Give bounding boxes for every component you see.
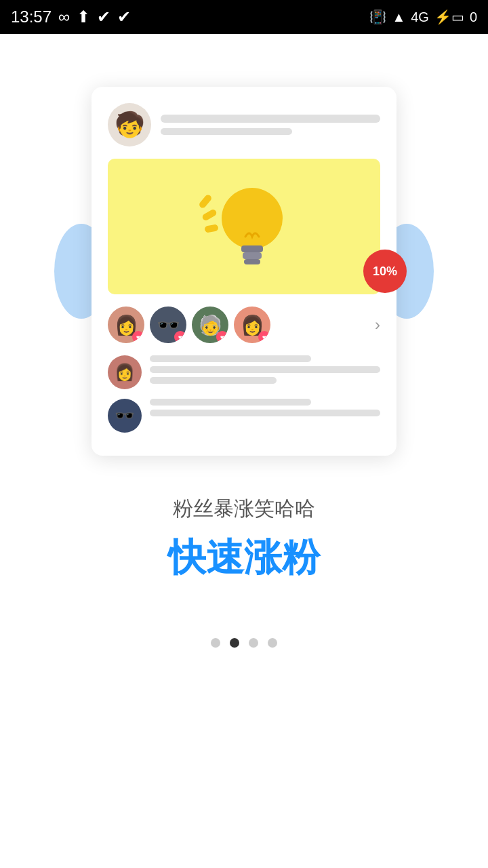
reaction-avatar-4: 👩 ♥ xyxy=(234,307,270,343)
card-header: 🧒 xyxy=(108,103,380,146)
main-content: 🧒 xyxy=(0,34,488,868)
page-dots xyxy=(211,638,277,682)
time-display: 13:57 xyxy=(11,7,52,26)
svg-rect-1 xyxy=(198,193,213,209)
battery-level: 0 xyxy=(470,9,477,25)
svg-rect-2 xyxy=(204,224,218,233)
check-icon-2: ✔ xyxy=(117,7,131,26)
comment-line-2b xyxy=(150,410,380,416)
name-line xyxy=(161,115,380,123)
battery-icon: ⚡▭ xyxy=(434,9,464,25)
reaction-avatar-2: 🕶️ ♥ xyxy=(150,307,186,343)
dot-3[interactable] xyxy=(268,638,277,648)
dot-1[interactable] xyxy=(230,638,239,648)
svg-rect-6 xyxy=(244,259,260,264)
svg-rect-4 xyxy=(241,245,263,252)
signal-icon: 4G xyxy=(411,9,429,25)
wifi-icon: ▲ xyxy=(392,9,405,25)
comment-line-1c xyxy=(150,377,277,384)
svg-point-3 xyxy=(222,188,283,249)
comment-line-1a xyxy=(150,355,311,362)
upload-icon: ⬆ xyxy=(77,7,90,26)
status-bar: 13:57 ∞ ⬆ ✔ ✔ 📳 ▲ 4G ⚡▭ 0 xyxy=(0,0,488,34)
header-text-lines xyxy=(161,115,380,135)
heart-4: ♥ xyxy=(258,331,270,343)
social-card: 🧒 xyxy=(92,87,396,456)
heart-1: ♥ xyxy=(132,331,144,343)
comment-row-1: 👩 xyxy=(108,355,380,389)
comment-lines-2 xyxy=(150,399,380,416)
profile-avatar: 🧒 xyxy=(108,103,151,146)
main-title: 快速涨粉 xyxy=(168,532,320,584)
comment-line-1b xyxy=(150,366,380,373)
text-section: 粉丝暴涨笑哈哈 快速涨粉 xyxy=(168,495,320,584)
subtitle-line xyxy=(161,128,292,135)
comment-row-2: 🕶️ xyxy=(108,399,380,433)
reaction-avatar-1: 👩 ♥ xyxy=(108,307,144,343)
reaction-row: 👩 ♥ 🕶️ ♥ 🧓 ♥ 👩 ♥ › xyxy=(108,307,380,343)
vibrate-icon: 📳 xyxy=(369,9,386,25)
lightbulb-illustration xyxy=(190,172,298,281)
check-icon-1: ✔ xyxy=(97,7,110,26)
avatar-emoji: 🧒 xyxy=(115,111,145,139)
comment-line-2a xyxy=(150,399,311,406)
svg-rect-0 xyxy=(201,208,218,222)
svg-rect-5 xyxy=(243,252,262,259)
card-wrapper: 🧒 xyxy=(75,75,413,468)
percent-badge: 10% xyxy=(363,250,407,293)
dot-0[interactable] xyxy=(211,638,220,648)
comment-avatar-1: 👩 xyxy=(108,355,142,389)
subtitle-text: 粉丝暴涨笑哈哈 xyxy=(168,495,320,523)
bulb-banner xyxy=(108,159,380,294)
comment-avatar-2: 🕶️ xyxy=(108,399,142,433)
heart-3: ♥ xyxy=(216,331,228,343)
infinity-icon: ∞ xyxy=(58,7,70,26)
status-left: 13:57 ∞ ⬆ ✔ ✔ xyxy=(11,7,131,26)
reaction-avatar-3: 🧓 ♥ xyxy=(192,307,228,343)
comment-lines-1 xyxy=(150,355,380,384)
more-arrow[interactable]: › xyxy=(375,315,380,334)
status-right: 📳 ▲ 4G ⚡▭ 0 xyxy=(369,9,477,25)
dot-2[interactable] xyxy=(249,638,258,648)
heart-2: ♥ xyxy=(174,331,186,343)
